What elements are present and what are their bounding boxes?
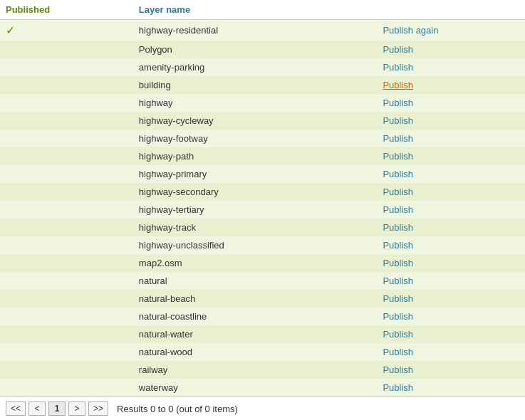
- publish-link[interactable]: Publish: [383, 258, 413, 268]
- layer-name-cell: railway: [133, 361, 378, 379]
- layer-name-cell: highway-cycleway: [133, 112, 378, 130]
- action-cell: Publish: [377, 254, 525, 272]
- published-cell: [0, 58, 133, 76]
- layers-table: Published Layer name ✓highway-residentia…: [0, 0, 525, 397]
- layer-name-cell: highway-tertiary: [133, 201, 378, 219]
- published-cell: [0, 236, 133, 254]
- table-row: map2.osmPublish: [0, 254, 525, 272]
- published-cell: [0, 165, 133, 183]
- publish-link[interactable]: Publish: [383, 80, 413, 90]
- publish-link[interactable]: Publish: [383, 329, 413, 340]
- table-row: PolygonPublish: [0, 41, 525, 58]
- action-cell: Publish: [377, 112, 525, 130]
- table-row: waterwayPublish: [0, 379, 525, 397]
- table-row: natural-waterPublish: [0, 325, 525, 343]
- action-cell: Publish: [377, 325, 525, 343]
- layer-name-cell: highway-path: [133, 147, 378, 165]
- table-row: highway-secondaryPublish: [0, 183, 525, 201]
- publish-link[interactable]: Publish: [383, 275, 413, 286]
- publish-link[interactable]: Publish: [383, 347, 413, 357]
- publish-link[interactable]: Publish: [383, 364, 413, 375]
- publish-link[interactable]: Publish: [383, 222, 413, 233]
- table-row: naturalPublish: [0, 272, 525, 290]
- publish-link[interactable]: Publish: [383, 62, 413, 73]
- published-cell: [0, 183, 133, 201]
- layer-name-column-header: Layer name: [133, 0, 378, 20]
- published-cell: [0, 325, 133, 343]
- layer-name-cell: building: [133, 76, 378, 94]
- layer-name-cell: highway-unclassified: [133, 236, 378, 254]
- action-cell: Publish: [377, 379, 525, 397]
- publish-link[interactable]: Publish: [383, 204, 413, 215]
- publish-link[interactable]: Publish: [383, 187, 413, 197]
- action-cell: Publish: [377, 130, 525, 147]
- table-row: highway-unclassifiedPublish: [0, 236, 525, 254]
- action-cell: Publish: [377, 201, 525, 219]
- publish-link[interactable]: Publish: [383, 151, 413, 162]
- publish-link[interactable]: Publish: [383, 169, 413, 179]
- pagination-info: Results 0 to 0 (out of 0 items): [117, 404, 238, 414]
- table-row: natural-coastlinePublish: [0, 308, 525, 325]
- published-cell: [0, 272, 133, 290]
- last-page-button[interactable]: >>: [88, 401, 108, 416]
- table-row: highway-trackPublish: [0, 219, 525, 236]
- action-cell: Publish: [377, 343, 525, 361]
- publish-link[interactable]: Publish: [383, 115, 413, 126]
- published-cell: [0, 290, 133, 308]
- action-cell: Publish: [377, 219, 525, 236]
- published-column-header: Published: [0, 0, 133, 20]
- table-row: railwayPublish: [0, 361, 525, 379]
- layer-name-cell: map2.osm: [133, 254, 378, 272]
- action-cell: Publish: [377, 41, 525, 58]
- next-page-button[interactable]: >: [68, 401, 85, 416]
- action-cell: Publish: [377, 76, 525, 94]
- current-page-button[interactable]: 1: [48, 401, 66, 416]
- published-cell: ✓: [0, 20, 133, 41]
- table-row: amenity-parkingPublish: [0, 58, 525, 76]
- layer-name-cell: natural: [133, 272, 378, 290]
- prev-page-button[interactable]: <: [28, 401, 46, 416]
- publish-link[interactable]: Publish: [383, 44, 413, 55]
- layer-name-cell: Polygon: [133, 41, 378, 58]
- published-cell: [0, 379, 133, 397]
- table-row: ✓highway-residentialPublish again: [0, 20, 525, 41]
- pagination-bar: << < 1 > >> Results 0 to 0 (out of 0 ite…: [0, 397, 525, 420]
- table-row: buildingPublish: [0, 76, 525, 94]
- layer-name-cell: natural-water: [133, 325, 378, 343]
- action-cell: Publish: [377, 272, 525, 290]
- layer-name-cell: natural-beach: [133, 290, 378, 308]
- publish-again-link[interactable]: Publish again: [383, 25, 438, 36]
- layer-name-cell: highway-secondary: [133, 183, 378, 201]
- action-cell: Publish: [377, 183, 525, 201]
- published-cell: [0, 147, 133, 165]
- published-cell: [0, 308, 133, 325]
- table-header-row: Published Layer name: [0, 0, 525, 20]
- table-row: natural-woodPublish: [0, 343, 525, 361]
- layer-name-cell: highway: [133, 94, 378, 112]
- publish-link[interactable]: Publish: [383, 240, 413, 251]
- first-page-button[interactable]: <<: [6, 401, 26, 416]
- publish-link[interactable]: Publish: [383, 133, 413, 144]
- action-cell: Publish: [377, 94, 525, 112]
- layer-name-cell: natural-coastline: [133, 308, 378, 325]
- table-row: highwayPublish: [0, 94, 525, 112]
- publish-link[interactable]: Publish: [383, 382, 413, 393]
- checkmark-icon: ✓: [6, 24, 15, 36]
- table-row: highway-primaryPublish: [0, 165, 525, 183]
- published-cell: [0, 41, 133, 58]
- publish-link[interactable]: Publish: [383, 98, 413, 108]
- published-cell: [0, 112, 133, 130]
- action-cell: Publish: [377, 308, 525, 325]
- layer-name-cell: amenity-parking: [133, 58, 378, 76]
- published-cell: [0, 94, 133, 112]
- publish-link[interactable]: Publish: [383, 293, 413, 304]
- layer-name-cell: highway-residential: [133, 20, 378, 41]
- action-cell: Publish again: [377, 20, 525, 41]
- table-row: highway-pathPublish: [0, 147, 525, 165]
- action-cell: Publish: [377, 236, 525, 254]
- table-row: natural-beachPublish: [0, 290, 525, 308]
- layer-name-cell: natural-wood: [133, 343, 378, 361]
- layers-table-container: Published Layer name ✓highway-residentia…: [0, 0, 525, 397]
- publish-link[interactable]: Publish: [383, 311, 413, 322]
- published-cell: [0, 343, 133, 361]
